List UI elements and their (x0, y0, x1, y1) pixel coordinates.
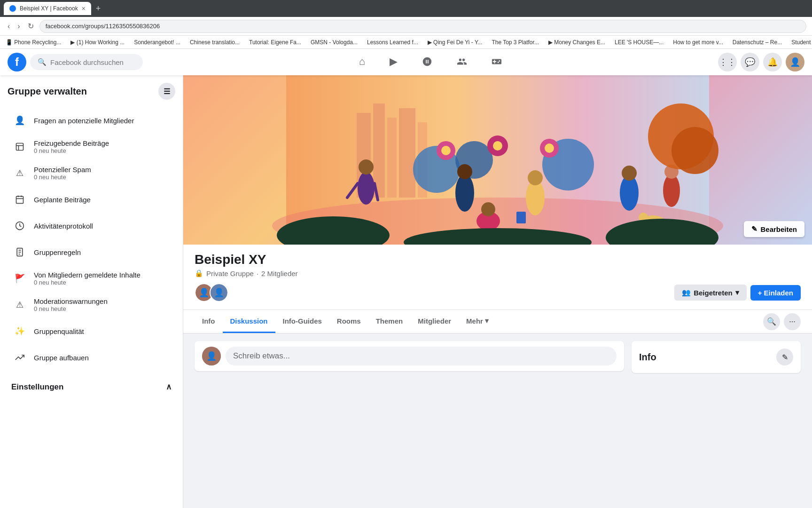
pending-icon (11, 138, 28, 155)
tab-discussion[interactable]: Diskussion (223, 310, 275, 333)
tabs-search-button[interactable]: 🔍 (763, 313, 780, 330)
settings-section[interactable]: Einstellungen ∧ (8, 378, 175, 396)
bookmark-8[interactable]: The Top 3 Platfor... (490, 38, 541, 47)
tab-more-chevron-icon: ▾ (485, 317, 489, 325)
main-content: ✎ Bearbeiten Beispiel XY 🔒 Private Grupp… (183, 75, 812, 508)
bookmark-1[interactable]: ▶ (1) How Working ... (69, 38, 126, 47)
forward-button[interactable]: › (16, 20, 22, 32)
bookmark-5[interactable]: GMSN - Vologda... (309, 38, 359, 47)
group-actions: 👥 Beigetreten ▾ + Einladen (674, 285, 801, 301)
svg-rect-15 (387, 118, 397, 198)
back-button[interactable]: ‹ (6, 20, 12, 32)
sidebar-item-reported[interactable]: 🚩 Von Mitgliedern gemeldete Inhalte 0 ne… (8, 265, 175, 292)
nav-marketplace[interactable] (411, 49, 444, 75)
post-author-avatar: 👤 (202, 347, 221, 365)
sidebar-item-rules[interactable]: Gruppenregeln (8, 239, 175, 265)
tab-close-button[interactable]: × (82, 5, 86, 12)
tab-more[interactable]: Mehr ▾ (459, 310, 496, 333)
nav-gaming[interactable] (480, 49, 513, 75)
refresh-button[interactable]: ↻ (26, 20, 36, 32)
facebook-logo[interactable]: f (8, 53, 26, 71)
sidebar-item-warnings[interactable]: ⚠ Moderationswarnungen 0 neu heute (8, 292, 175, 318)
warnings-label: Moderationswarnungen (34, 297, 172, 305)
bookmark-12[interactable]: Datenschutz – Re... (731, 38, 784, 47)
messenger-button[interactable]: 💬 (741, 53, 759, 71)
reported-label: Von Mitgliedern gemeldete Inhalte (34, 271, 172, 279)
nav-groups[interactable] (445, 49, 478, 75)
post-area: 👤 Schreib etwas... (195, 341, 624, 373)
invite-button[interactable]: + Einladen (750, 285, 801, 301)
post-box: 👤 Schreib etwas... (195, 341, 624, 371)
sidebar-title: Gruppe verwalten ☰ (8, 83, 175, 100)
bookmark-6[interactable]: Lessons Learned f... (365, 38, 420, 47)
browser-tab[interactable]: Beispiel XY | Facebook × (4, 2, 91, 15)
post-input[interactable]: Schreib etwas... (226, 347, 617, 365)
tab-info[interactable]: Info (195, 310, 223, 333)
cover-edit-button[interactable]: ✎ Bearbeiten (744, 221, 804, 237)
content-area: 👤 Schreib etwas... Info ✎ (183, 333, 812, 381)
cover-illustration (183, 75, 812, 245)
search-container[interactable]: 🔍 (30, 54, 143, 70)
joined-dropdown-icon: ▾ (735, 288, 739, 297)
tab-title: Beispiel XY | Facebook (20, 5, 78, 12)
bookmark-9[interactable]: ▶ Money Changes E... (547, 38, 607, 47)
tabs-options-button[interactable]: ··· (784, 313, 801, 330)
bookmark-13[interactable]: Student Wants a... (789, 38, 812, 47)
notifications-button[interactable]: 🔔 (763, 53, 782, 71)
svg-point-27 (545, 143, 554, 153)
joined-label: Beigetreten (694, 289, 733, 297)
group-tabs: Info Diskussion Info-Guides Rooms Themen… (183, 310, 812, 333)
bookmark-3[interactable]: Chinese translatio... (188, 38, 242, 47)
main-nav: ⌂ ▶ (147, 49, 714, 75)
bookmark-10[interactable]: LEE 'S HOUSE—... (613, 38, 665, 47)
bookmark-7[interactable]: ▶ Qing Fei De Yi - Y... (426, 38, 484, 47)
tab-rooms[interactable]: Rooms (329, 310, 368, 333)
bookmark-2[interactable]: Sonderangebot! ... (132, 38, 182, 47)
info-panel-edit-button[interactable]: ✎ (776, 349, 793, 365)
tab-members[interactable]: Mitglieder (410, 310, 459, 333)
members-count: 2 Mitglieder (261, 270, 298, 278)
search-input[interactable] (50, 58, 135, 66)
privacy-label: Private Gruppe (206, 270, 254, 278)
cover-edit-label: Bearbeiten (760, 225, 797, 233)
sidebar: Gruppe verwalten ☰ 👤 Fragen an potenziel… (0, 75, 183, 508)
bookmark-4[interactable]: Tutorial: Eigene Fa... (247, 38, 303, 47)
activity-icon (11, 217, 28, 234)
nav-home[interactable]: ⌂ (348, 49, 376, 75)
settings-label: Einstellungen (11, 382, 63, 392)
tab-themes-label: Themen (376, 317, 403, 325)
post-input-placeholder: Schreib etwas... (233, 351, 290, 360)
joined-button[interactable]: 👥 Beigetreten ▾ (674, 285, 747, 301)
tab-actions: 🔍 ··· (763, 313, 801, 330)
profile-avatar[interactable]: 👤 (786, 53, 804, 71)
tab-info-guides[interactable]: Info-Guides (275, 310, 329, 333)
grow-label: Gruppe aufbauen (34, 354, 172, 362)
apps-menu-button[interactable]: ⋮⋮ (718, 53, 737, 71)
warnings-sub: 0 neu heute (34, 305, 172, 312)
browser-chrome: Beispiel XY | Facebook × + (0, 0, 812, 17)
sidebar-item-scheduled[interactable]: Geplante Beiträge (8, 186, 175, 213)
svg-point-28 (358, 172, 375, 205)
header-actions: ⋮⋮ 💬 🔔 👤 (718, 53, 804, 71)
nav-watch[interactable]: ▶ (378, 49, 409, 75)
info-panel: Info ✎ (632, 341, 801, 373)
sidebar-item-activity[interactable]: Aktivitätenprotokoll (8, 213, 175, 239)
spam-sub: 0 neu heute (34, 174, 172, 181)
sidebar-collapse-button[interactable]: ☰ (158, 83, 175, 100)
bookmark-0[interactable]: 📱 Phone Recycling... (4, 38, 63, 47)
sidebar-item-grow[interactable]: Gruppe aufbauen (8, 344, 175, 371)
member-avatars: 👤 👤 (195, 283, 228, 302)
address-bar[interactable]: facebook.com/groups/1126350550836206 (39, 20, 806, 33)
new-tab-button[interactable]: + (94, 4, 103, 14)
svg-point-41 (481, 202, 495, 216)
sidebar-item-pending[interactable]: Freizugebende Beiträge 0 neu heute (8, 134, 175, 160)
svg-point-33 (457, 164, 472, 179)
sidebar-item-spam[interactable]: ⚠ Potenzieller Spam 0 neu heute (8, 160, 175, 186)
sidebar-item-quality[interactable]: ✨ Gruppenqualität (8, 318, 175, 344)
questions-icon: 👤 (11, 112, 28, 129)
bookmark-11[interactable]: How to get more v... (671, 38, 725, 47)
search-icon: 🔍 (38, 58, 47, 66)
tab-favicon (9, 5, 16, 12)
tab-themes[interactable]: Themen (368, 310, 411, 333)
sidebar-item-questions[interactable]: 👤 Fragen an potenzielle Mitglieder (8, 107, 175, 134)
